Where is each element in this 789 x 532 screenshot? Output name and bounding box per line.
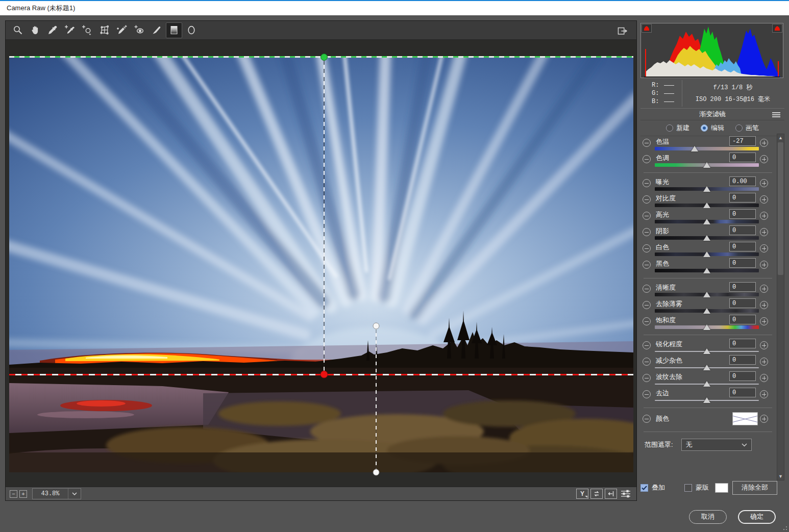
slider-thumb[interactable]: [703, 219, 710, 224]
gradient-start-handle[interactable]: [320, 54, 328, 61]
second-gradient-end-pin[interactable]: [373, 469, 380, 476]
graduated-filter-tool[interactable]: [166, 22, 182, 38]
color-decrease-button[interactable]: [643, 415, 651, 423]
slider-value[interactable]: 0.00: [729, 176, 756, 186]
gradient-end-handle[interactable]: [320, 371, 328, 378]
toggle-fullscreen-button[interactable]: [614, 23, 630, 39]
slider-value[interactable]: 0: [729, 209, 756, 219]
mode-edit-radio[interactable]: 编辑: [701, 123, 724, 133]
white-balance-tool[interactable]: [44, 22, 61, 38]
panel-menu-button[interactable]: [772, 112, 780, 117]
swap-before-after-button[interactable]: [590, 489, 603, 499]
mode-brush-radio[interactable]: 画笔: [735, 123, 759, 133]
shadow-clipping-indicator[interactable]: [642, 24, 652, 33]
gradient-axis-line[interactable]: [324, 57, 325, 374]
slider-track-area[interactable]: [655, 219, 759, 225]
decrease-button[interactable]: [643, 358, 651, 366]
increase-button[interactable]: [760, 228, 768, 236]
increase-button[interactable]: [760, 244, 768, 252]
decrease-button[interactable]: [643, 179, 651, 187]
slider-value[interactable]: 0: [729, 193, 756, 202]
histogram[interactable]: [640, 23, 783, 78]
radial-filter-tool[interactable]: [183, 22, 200, 38]
decrease-button[interactable]: [643, 341, 651, 349]
decrease-button[interactable]: [643, 195, 651, 204]
slider-thumb[interactable]: [703, 292, 710, 297]
preview-preferences-button[interactable]: [619, 489, 632, 499]
slider-track-area[interactable]: [655, 162, 759, 168]
scrollbar-thumb[interactable]: [778, 142, 783, 275]
slider-value[interactable]: -27: [729, 136, 756, 146]
slider-track-area[interactable]: [655, 397, 759, 403]
slider-track-area[interactable]: [655, 235, 759, 241]
zoom-in-button[interactable]: +: [19, 490, 27, 498]
red-eye-tool[interactable]: [131, 22, 147, 38]
decrease-button[interactable]: [643, 155, 651, 163]
decrease-button[interactable]: [643, 390, 651, 398]
decrease-button[interactable]: [643, 139, 651, 147]
second-gradient-axis-line[interactable]: [376, 326, 377, 472]
second-gradient-start-pin[interactable]: [373, 323, 380, 330]
mask-checkbox[interactable]: [684, 484, 692, 492]
zoom-tool[interactable]: [10, 22, 26, 38]
zoom-level-select[interactable]: 43.8%: [32, 488, 81, 499]
color-swatch-none[interactable]: [732, 412, 758, 425]
color-increase-button[interactable]: [760, 415, 768, 423]
slider-thumb[interactable]: [703, 235, 710, 241]
decrease-button[interactable]: [643, 212, 651, 220]
slider-thumb[interactable]: [691, 146, 698, 151]
mask-color-swatch[interactable]: [715, 483, 728, 493]
slider-track-area[interactable]: [655, 186, 759, 192]
resize-grip[interactable]: [782, 525, 787, 530]
increase-button[interactable]: [760, 301, 768, 309]
slider-track-area[interactable]: [655, 365, 759, 371]
decrease-button[interactable]: [643, 244, 651, 252]
slider-value[interactable]: 0: [729, 355, 756, 365]
increase-button[interactable]: [760, 317, 768, 325]
slider-thumb[interactable]: [703, 397, 710, 403]
clear-all-button[interactable]: 清除全部: [732, 481, 777, 495]
overlay-checkbox[interactable]: [640, 484, 648, 492]
decrease-button[interactable]: [643, 228, 651, 236]
slider-value[interactable]: 0: [729, 388, 756, 397]
mode-new-radio[interactable]: 新建: [666, 123, 689, 133]
slider-track-area[interactable]: [655, 348, 759, 354]
transform-tool[interactable]: [96, 22, 113, 38]
increase-button[interactable]: [760, 390, 768, 398]
hand-tool[interactable]: [27, 22, 43, 38]
adjustment-brush-tool[interactable]: [149, 22, 165, 38]
slider-thumb[interactable]: [703, 251, 710, 257]
slider-track-area[interactable]: [655, 146, 759, 152]
scroll-down-arrow[interactable]: ▼: [777, 473, 784, 480]
copy-settings-button[interactable]: [605, 489, 617, 499]
slider-value[interactable]: 0: [729, 315, 756, 324]
slider-thumb[interactable]: [703, 162, 710, 168]
slider-value[interactable]: 0: [729, 371, 756, 381]
slider-thumb[interactable]: [703, 186, 710, 192]
color-sampler-tool[interactable]: [62, 22, 78, 38]
preview-toggle-button[interactable]: Y: [576, 489, 588, 499]
slider-thumb[interactable]: [703, 324, 710, 330]
increase-button[interactable]: [760, 195, 768, 204]
slider-track-area[interactable]: [655, 268, 759, 274]
slider-value[interactable]: 0: [729, 242, 756, 251]
slider-track-area[interactable]: [655, 251, 759, 258]
decrease-button[interactable]: [643, 261, 651, 269]
slider-thumb[interactable]: [703, 381, 710, 387]
increase-button[interactable]: [760, 155, 768, 163]
decrease-button[interactable]: [643, 301, 651, 309]
slider-thumb[interactable]: [703, 348, 710, 354]
increase-button[interactable]: [760, 285, 768, 293]
highlight-clipping-indicator[interactable]: [772, 24, 782, 33]
increase-button[interactable]: [760, 179, 768, 187]
slider-value[interactable]: 0: [729, 282, 756, 292]
decrease-button[interactable]: [643, 285, 651, 293]
range-mask-select[interactable]: 无: [681, 439, 752, 451]
decrease-button[interactable]: [643, 317, 651, 325]
increase-button[interactable]: [760, 139, 768, 147]
slider-track-area[interactable]: [655, 324, 759, 331]
increase-button[interactable]: [760, 358, 768, 366]
slider-thumb[interactable]: [703, 308, 710, 314]
targeted-adjustment-tool[interactable]: [79, 22, 95, 38]
ok-button[interactable]: 确定: [738, 510, 776, 524]
